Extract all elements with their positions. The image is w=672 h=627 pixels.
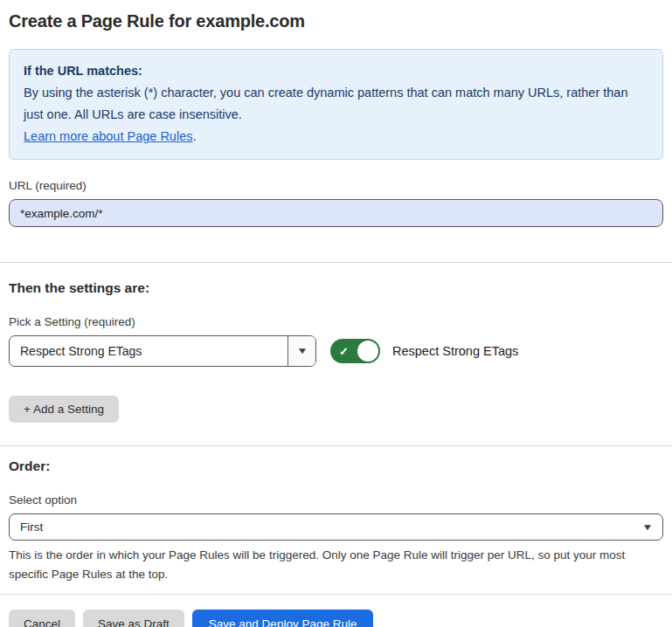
order-heading: Order:: [9, 458, 663, 474]
save-draft-button[interactable]: Save as Draft: [83, 610, 184, 627]
cancel-button[interactable]: Cancel: [9, 610, 75, 627]
setting-toggle-label: Respect Strong ETags: [392, 344, 518, 358]
save-deploy-button[interactable]: Save and Deploy Page Rule: [192, 610, 374, 627]
order-select[interactable]: First ▼: [9, 513, 663, 541]
order-select-value: First: [20, 520, 643, 534]
add-setting-button[interactable]: + Add a Setting: [9, 396, 119, 423]
url-input[interactable]: [9, 199, 663, 227]
setting-select[interactable]: Respect Strong ETags ▼: [9, 335, 316, 367]
pick-setting-label: Pick a Setting (required): [9, 315, 663, 328]
form-actions: Cancel Save as Draft Save and Deploy Pag…: [9, 610, 663, 627]
info-box-link-line: Learn more about Page Rules.: [24, 126, 648, 148]
order-help-text: This is the order in which your Page Rul…: [9, 546, 663, 584]
url-match-info-box: If the URL matches: By using the asteris…: [9, 49, 663, 160]
section-divider: [0, 594, 672, 595]
caret-down-icon: ▼: [641, 523, 653, 532]
section-divider: [0, 445, 672, 446]
section-divider: [0, 262, 672, 263]
caret-down-icon: ▼: [296, 347, 308, 355]
info-box-heading: If the URL matches:: [24, 60, 648, 82]
link-period: .: [192, 129, 196, 143]
create-page-rule-form: Create a Page Rule for example.com If th…: [0, 0, 672, 627]
url-field-label: URL (required): [9, 179, 663, 192]
learn-more-link[interactable]: Learn more about Page Rules: [24, 129, 192, 143]
page-title: Create a Page Rule for example.com: [9, 11, 663, 31]
setting-row: Respect Strong ETags ▼ ✓ Respect Strong …: [9, 335, 663, 367]
check-icon: ✓: [339, 346, 349, 357]
settings-heading: Then the settings are:: [9, 280, 663, 296]
setting-select-value: Respect Strong ETags: [10, 336, 288, 366]
setting-toggle[interactable]: ✓: [330, 339, 380, 363]
toggle-knob: [357, 341, 378, 362]
setting-select-caret-box[interactable]: ▼: [288, 336, 315, 366]
info-box-body: By using the asterisk (*) character, you…: [24, 82, 648, 126]
setting-toggle-group: ✓ Respect Strong ETags: [330, 339, 518, 363]
order-select-label: Select option: [9, 493, 663, 506]
